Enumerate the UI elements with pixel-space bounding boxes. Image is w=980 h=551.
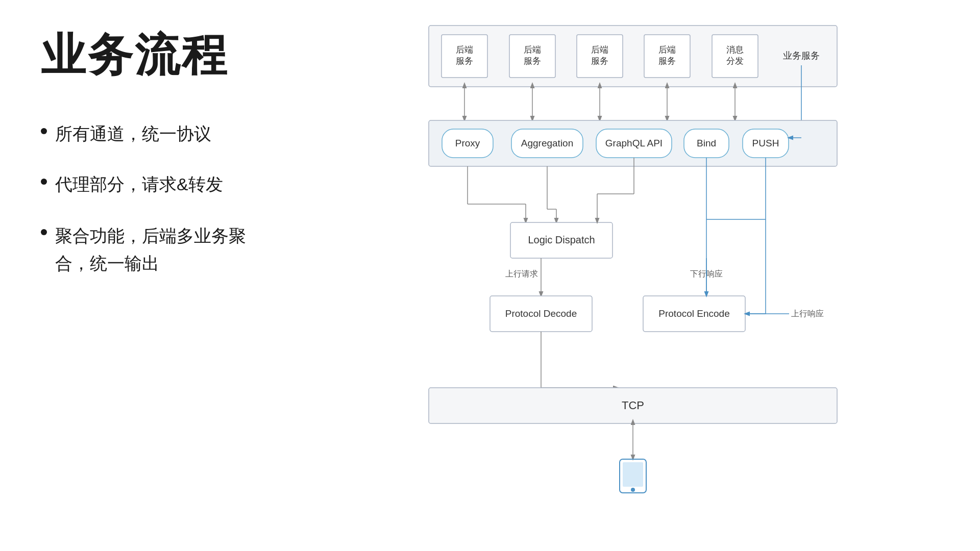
svg-text:服务: 服务	[524, 56, 541, 66]
graphql-label: GraphQL API	[605, 138, 663, 148]
page-title: 业务流程	[41, 31, 281, 80]
svg-text:上行响应: 上行响应	[791, 309, 824, 318]
aggregation-label: Aggregation	[521, 138, 573, 148]
bullet-dot-3	[41, 229, 47, 235]
svg-text:后端: 后端	[524, 45, 541, 55]
svg-text:服务: 服务	[591, 56, 608, 66]
bullet-dot-2	[41, 179, 47, 185]
bullet-item-2: 代理部分，请求&转发	[41, 171, 281, 197]
protocol-decode-label: Protocol Decode	[505, 308, 577, 319]
logic-dispatch-label: Logic Dispatch	[528, 234, 595, 245]
svg-text:后端: 后端	[658, 45, 676, 55]
svg-text:后端: 后端	[591, 45, 608, 55]
bullet-list: 所有通道，统一协议 代理部分，请求&转发 聚合功能，后端多业务聚合，统一输出	[41, 121, 281, 278]
svg-text:后端: 后端	[456, 45, 473, 55]
right-panel: 后端 服务 后端 服务 后端 服务 后端 服务 消息 分发 业务服务	[306, 0, 980, 551]
bullet-item-1: 所有通道，统一协议	[41, 121, 281, 147]
push-label: PUSH	[752, 138, 779, 148]
bullet-text-2: 代理部分，请求&转发	[55, 171, 223, 197]
svg-text:分发: 分发	[726, 56, 744, 66]
svg-rect-0	[429, 26, 837, 87]
bind-label: Bind	[697, 138, 716, 148]
protocol-encode-label: Protocol Encode	[658, 308, 729, 319]
svg-text:上行请求: 上行请求	[505, 269, 538, 278]
bullet-item-3: 聚合功能，后端多业务聚合，统一输出	[41, 222, 281, 278]
left-panel: 业务流程 所有通道，统一协议 代理部分，请求&转发 聚合功能，后端多业务聚合，统…	[0, 0, 306, 551]
svg-rect-56	[623, 462, 643, 487]
tcp-label: TCP	[622, 399, 644, 412]
svg-text:服务: 服务	[658, 56, 676, 66]
bullet-dot	[41, 128, 47, 134]
svg-text:业务服务: 业务服务	[783, 51, 820, 61]
svg-point-57	[631, 488, 635, 492]
bullet-text-1: 所有通道，统一协议	[55, 121, 211, 147]
bullet-text-3: 聚合功能，后端多业务聚合，统一输出	[55, 222, 275, 278]
svg-text:消息: 消息	[726, 45, 744, 55]
proxy-label: Proxy	[455, 138, 480, 148]
svg-text:服务: 服务	[456, 56, 473, 66]
architecture-diagram: 后端 服务 后端 服务 后端 服务 后端 服务 消息 分发 业务服务	[424, 20, 842, 531]
